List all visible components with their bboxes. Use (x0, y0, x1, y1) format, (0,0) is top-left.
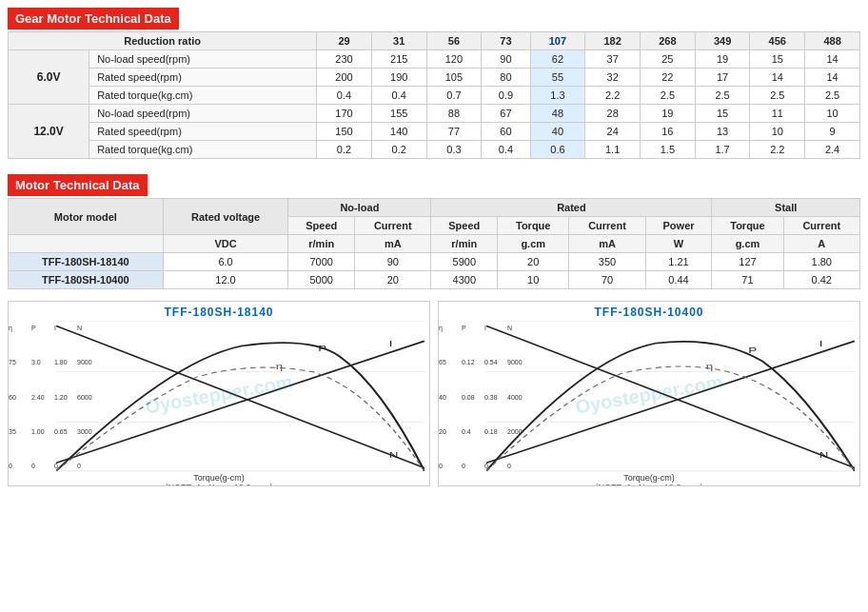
y-label-row: ηPIN (9, 325, 58, 331)
data-cell: 0.4 (317, 87, 372, 105)
svg-line-5 (56, 341, 424, 463)
param-label: Rated torque(kg.cm) (89, 141, 317, 159)
svg-text:I: I (819, 338, 823, 348)
ratio-value: 268 (641, 32, 696, 50)
motor-model-header: Motor model (9, 199, 164, 235)
y-label-row: 650.120.549000 (439, 359, 488, 365)
data-cell: 67 (482, 105, 530, 123)
motor-tech-title: Motor Technical Data (8, 174, 148, 196)
data-cell: 55 (530, 69, 585, 87)
data-cell: 2.5 (750, 87, 805, 105)
no-load-speed: 5000 (288, 271, 355, 289)
data-cell: 2.2 (585, 87, 641, 105)
y-label-value: 65 (439, 359, 460, 365)
param-label: Rated torque(kg.cm) (89, 87, 317, 105)
data-cell: 90 (482, 50, 530, 69)
motor-tech-section: Motor Technical Data Motor modelRated vo… (8, 174, 860, 289)
data-cell: 2.4 (805, 141, 860, 159)
data-cell: 14 (750, 69, 805, 87)
data-cell: 13 (695, 123, 750, 141)
data-cell: 2.5 (695, 87, 750, 105)
data-cell: 0.4 (482, 141, 530, 159)
data-cell: 140 (371, 123, 426, 141)
voltage-cell: 12.0 (163, 271, 288, 289)
y-label-value: 1.00 (31, 428, 52, 435)
col-header-current-4: Current (569, 217, 645, 235)
rated-torque: 20 (498, 253, 569, 271)
y-label-row: ηPIN (439, 325, 488, 331)
y-label-value: 0.4 (462, 428, 483, 435)
chart-1-xlabel: Torque(g-cm) (9, 473, 429, 483)
svg-text:η: η (276, 361, 283, 371)
unit-rmin-1: r/min (288, 235, 355, 253)
stall-torque: 71 (712, 271, 783, 289)
no-load-current: 90 (355, 253, 431, 271)
y-label-value: 35 (9, 428, 30, 435)
data-cell: 24 (585, 123, 641, 141)
data-cell: 10 (805, 105, 860, 123)
model-cell: TFF-180SH-10400 (9, 271, 164, 289)
y-label-row: 200.40.182000 (439, 428, 488, 435)
y-label-value: 75 (9, 359, 30, 365)
y-label-value: P (31, 325, 52, 331)
model-cell: TFF-180SH-18140 (9, 253, 164, 271)
motor-table-row: TFF-180SH-181406.07000905900203501.21127… (9, 253, 860, 271)
data-cell: 28 (585, 105, 641, 123)
data-cell: 15 (695, 105, 750, 123)
rated-current: 70 (569, 271, 645, 289)
voltage-label: 12.0V (9, 105, 89, 159)
data-cell: 0.6 (530, 141, 585, 159)
data-cell: 1.3 (530, 87, 585, 105)
y-label-row: 753.01.809000 (9, 359, 58, 365)
stall-torque: 127 (712, 253, 783, 271)
unit-ma-2: mA (569, 235, 645, 253)
data-cell: 0.7 (426, 87, 482, 105)
stall-header: Stall (712, 199, 860, 217)
svg-text:N: N (819, 449, 829, 460)
data-cell: 19 (695, 50, 750, 69)
param-label: Rated speed(rpm) (89, 123, 317, 141)
y-label-value: η (439, 325, 460, 331)
data-cell: 190 (371, 69, 426, 87)
chart-1-title: TFF-180SH-18140 (9, 302, 429, 321)
y-label-value: η (9, 325, 30, 331)
param-label: Rated speed(rpm) (89, 69, 317, 87)
col-header-speed-2: Speed (431, 217, 498, 235)
data-cell: 77 (426, 123, 482, 141)
ratio-value: 107 (530, 32, 585, 50)
data-cell: 215 (371, 50, 426, 69)
chart-2-inner: Oyostepper.com ηPIN650.120.549000400.080… (439, 321, 859, 473)
data-cell: 0.3 (426, 141, 482, 159)
gear-motor-section: Gear Motor Technical Data Reduction rati… (8, 8, 860, 159)
unit-gcm-1: g.cm (498, 235, 569, 253)
chart-1: TFF-180SH-18140 Oyostepper.com ηPIN753.0… (8, 301, 430, 486)
ratio-value: 349 (695, 32, 750, 50)
data-cell: 0.9 (482, 87, 530, 105)
data-cell: 11 (750, 105, 805, 123)
chart-2-title: TFF-180SH-10400 (439, 302, 859, 321)
data-cell: 80 (482, 69, 530, 87)
motor-table-row: TFF-180SH-1040012.0500020430010700.44710… (9, 271, 860, 289)
ratio-value: 56 (426, 32, 482, 50)
data-cell: 1.7 (695, 141, 750, 159)
data-cell: 10 (750, 123, 805, 141)
rated-speed: 4300 (431, 271, 498, 289)
chart-2-svg: I N P η (486, 321, 855, 473)
chart-2-y-labels: ηPIN650.120.549000400.080.384000200.40.1… (439, 321, 488, 473)
data-cell: 37 (585, 50, 641, 69)
y-label-value: 40 (439, 394, 460, 401)
data-cell: 0.2 (317, 141, 372, 159)
y-label-row: 602.401.206000 (9, 394, 58, 401)
ratio-label: Reduction ratio (9, 32, 317, 50)
data-cell: 9 (805, 123, 860, 141)
ratio-value: 488 (805, 32, 860, 50)
data-cell: 2.5 (641, 87, 696, 105)
svg-text:η: η (706, 361, 713, 371)
chart-1-note: (NOTE: 1mN·m = 10.2g-cm) (9, 483, 429, 486)
y-label-row: 400.080.384000 (439, 394, 488, 401)
rated-torque: 10 (498, 271, 569, 289)
ratio-value: 182 (585, 32, 641, 50)
col-header-current-7: Current (783, 217, 859, 235)
chart-1-y-labels: ηPIN753.01.809000602.401.206000351.000.6… (9, 321, 58, 473)
stall-current: 1.80 (783, 253, 859, 271)
